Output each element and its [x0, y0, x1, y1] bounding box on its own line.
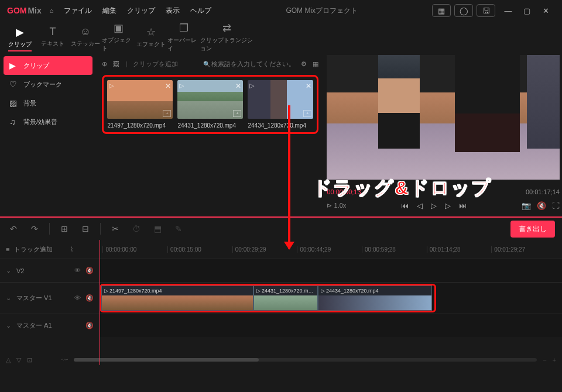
clip-card[interactable]: ▷ ✕ + 21497_1280x720.mp4 — [107, 80, 173, 129]
crop-icon[interactable]: ⬒ — [151, 224, 164, 233]
timeline-clip[interactable]: ▷24434_1280x720.mp4 — [318, 286, 432, 311]
video-badge-icon: ▷ — [179, 82, 184, 90]
magnet-icon[interactable]: ⌇ — [70, 246, 73, 253]
clip-card[interactable]: ▷ ✕ + 24431_1280x720.mp4 — [177, 80, 243, 129]
home-icon[interactable]: ⌂ — [50, 7, 54, 14]
tab-effect[interactable]: ☆エフェクト — [135, 22, 167, 51]
speed-indicator[interactable]: ⊳ 1.0x — [327, 202, 346, 209]
clips-panel: ⊕ 🖼 | クリップを追加 検索語を入力してください。 ⚙ ▦ ▷ ✕ + 21… — [96, 53, 324, 216]
timeline-clip[interactable]: ▷21497_1280x720.mp4 — [101, 286, 253, 311]
export-button[interactable]: 書き出し — [510, 221, 555, 238]
horizontal-scrollbar[interactable] — [74, 358, 537, 362]
add-to-timeline-icon[interactable]: + — [163, 110, 171, 117]
timeline-clip[interactable]: ▷24431_1280x720.m… — [253, 286, 318, 311]
tab-text[interactable]: Tテキスト — [36, 22, 69, 51]
add-image-icon[interactable]: 🖼 — [113, 60, 119, 67]
remove-clip-icon[interactable]: ✕ — [235, 82, 241, 90]
eye-icon[interactable]: 👁 — [74, 294, 81, 302]
sidebar-item-clip[interactable]: ▶クリップ — [4, 56, 92, 75]
step-back-icon[interactable]: ◁ — [417, 201, 423, 210]
add-folder-icon[interactable]: ⊕ — [102, 60, 107, 68]
tab-overlay[interactable]: ❐オーバーレイ — [167, 22, 200, 51]
fullscreen-icon[interactable]: ⛶ — [552, 201, 560, 210]
tracks: ⌄ V2 👁🔇 ⌄ マスター V1 👁🔇 ▷21497_1280x720.mp4 — [0, 259, 562, 337]
cut-icon[interactable]: ✂ — [109, 224, 122, 233]
chevron-down-icon[interactable]: ⌄ — [6, 267, 12, 274]
close-button[interactable]: ✕ — [536, 6, 555, 15]
clip-thumbnail[interactable]: ▷ ✕ + — [107, 80, 173, 119]
snapshot-icon[interactable]: 📷 — [522, 201, 531, 210]
background-icon: ▨ — [9, 98, 19, 108]
brush-icon[interactable]: ✎ — [172, 224, 185, 233]
filter-icon[interactable]: ⚙ — [301, 60, 307, 68]
search-input[interactable]: 検索語を入力してください。 — [203, 60, 296, 68]
add-track-button[interactable]: トラック追加 — [14, 245, 53, 254]
clip-thumbnail[interactable]: ▷ ✕ + — [177, 80, 243, 119]
sidebar-item-background[interactable]: ▨背景 — [4, 94, 92, 112]
tracks-menu-icon[interactable]: ≡ — [6, 246, 9, 253]
undo-icon[interactable]: ↶ — [7, 224, 20, 233]
time-ruler[interactable]: 00:00:00;00 00:00:15;00 00:00:29;29 00:0… — [102, 246, 556, 253]
tab-object[interactable]: ▣オブジェクト — [102, 22, 135, 51]
zoom-out-icon[interactable]: △ — [6, 356, 11, 364]
mute-track-icon[interactable]: 🔇 — [85, 267, 94, 274]
video-badge-icon: ▷ — [321, 288, 325, 294]
heart-icon: ♡ — [9, 80, 19, 89]
remove-media-icon[interactable]: ⊟ — [79, 224, 92, 233]
menu-file[interactable]: ファイル — [64, 6, 92, 16]
sidebar-clip-label: クリップ — [23, 61, 49, 70]
tab-clip[interactable]: ▶クリップ — [4, 22, 36, 51]
grid-view-icon[interactable]: ▦ — [313, 60, 318, 68]
step-fwd-icon[interactable]: ▷ — [445, 201, 451, 210]
clip-thumbnail[interactable]: ▷ ✕ + — [248, 80, 313, 119]
menu-edit[interactable]: 編集 — [102, 6, 116, 16]
mute-track-icon[interactable]: 🔇 — [85, 294, 94, 302]
menu-clip[interactable]: クリップ — [127, 6, 155, 16]
sidebar-bookmark-label: ブックマーク — [23, 80, 62, 89]
chevron-down-icon[interactable]: ⌄ — [6, 294, 12, 302]
play-icon[interactable]: ▷ — [431, 201, 437, 210]
zoom-in-icon[interactable]: ▽ — [16, 356, 21, 364]
zoom-slider-minus[interactable]: − — [543, 356, 546, 363]
mute-track-icon[interactable]: 🔇 — [85, 322, 94, 329]
track-head[interactable]: ⌄ マスター V1 👁🔇 — [0, 294, 100, 302]
playhead[interactable] — [100, 240, 100, 365]
track-head[interactable]: ⌄ マスター A1 🔇 — [0, 321, 100, 330]
skip-end-icon[interactable]: ⏭ — [459, 201, 467, 210]
layout-icon[interactable]: ▦ — [432, 4, 451, 17]
zoom-slider-plus[interactable]: + — [553, 356, 556, 363]
track-lane[interactable] — [100, 259, 562, 282]
add-to-timeline-icon[interactable]: + — [233, 110, 241, 117]
track-lane[interactable] — [100, 314, 562, 337]
preview-video[interactable] — [327, 55, 560, 180]
track-head[interactable]: ⌄ V2 👁🔇 — [0, 267, 100, 274]
clip-name: 24431_1280x720.mp4 — [177, 122, 243, 129]
add-media-icon[interactable]: ⊞ — [58, 224, 71, 233]
sidebar-item-bookmark[interactable]: ♡ブックマーク — [4, 75, 92, 94]
track-lane[interactable]: ▷21497_1280x720.mp4 ▷24431_1280x720.m… ▷… — [100, 283, 562, 314]
save-icon[interactable]: 🖫 — [477, 4, 495, 17]
minimize-button[interactable]: — — [499, 6, 518, 15]
eye-icon[interactable]: 👁 — [74, 267, 81, 274]
tab-transition[interactable]: ⇄クリップトランジション — [200, 22, 253, 51]
clip-name: 24434_1280x720.mp4 — [248, 122, 313, 129]
zoom-fit-icon[interactable]: ⊡ — [27, 356, 32, 364]
remove-clip-icon[interactable]: ✕ — [306, 82, 311, 90]
playback-buttons: ⏮ ◁ ▷ ▷ ⏭ — [351, 201, 517, 210]
skip-start-icon[interactable]: ⏮ — [401, 201, 409, 210]
remove-clip-icon[interactable]: ✕ — [165, 82, 171, 90]
add-to-timeline-icon[interactable]: + — [303, 110, 311, 117]
waveform-icon[interactable]: 〰 — [61, 356, 68, 363]
mute-icon[interactable]: 🔇 — [537, 201, 546, 210]
menu-help[interactable]: ヘルプ — [190, 6, 211, 16]
sidebar-item-bgm[interactable]: ♫背景/効果音 — [4, 112, 92, 131]
account-icon[interactable]: ◯ — [454, 4, 473, 17]
maximize-button[interactable]: ▢ — [518, 6, 536, 15]
tab-sticker[interactable]: ☺ステッカー — [69, 22, 102, 51]
chevron-down-icon[interactable]: ⌄ — [6, 322, 12, 329]
menu-view[interactable]: 表示 — [166, 6, 180, 16]
speed-icon[interactable]: ⏱ — [130, 224, 143, 233]
clip-card[interactable]: ▷ ✕ + 24434_1280x720.mp4 — [248, 80, 313, 129]
redo-icon[interactable]: ↷ — [28, 224, 41, 233]
timeline-toolbar: ↶ ↷ ⊞ ⊟ ✂ ⏱ ⬒ ✎ 書き出し — [0, 218, 562, 240]
